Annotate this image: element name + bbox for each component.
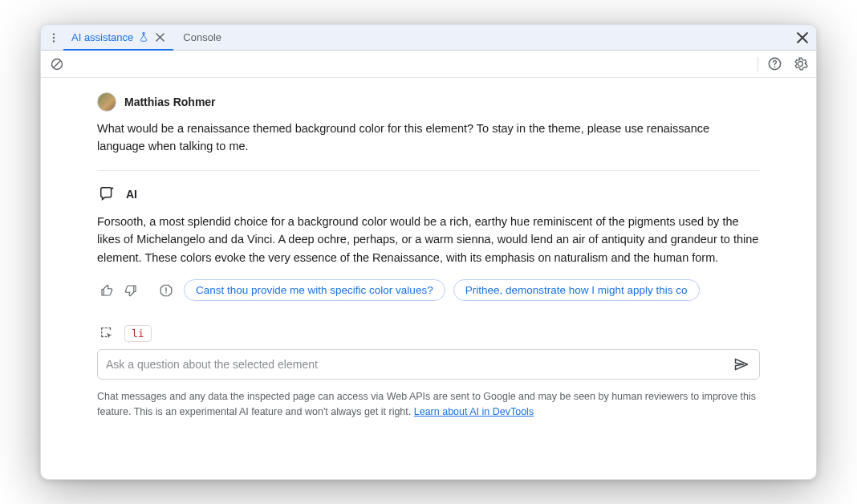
tab-label: Console <box>183 31 221 43</box>
close-icon <box>156 33 164 42</box>
kebab-icon <box>48 32 59 43</box>
close-panel-button[interactable] <box>794 29 811 47</box>
report-icon <box>159 283 173 298</box>
avatar <box>97 92 116 112</box>
suggestion-chip[interactable]: Prithee, demonstrate how I might apply t… <box>453 279 700 301</box>
select-element-button[interactable] <box>97 323 116 343</box>
help-icon <box>767 56 782 71</box>
divider <box>757 57 758 71</box>
clear-button[interactable] <box>47 55 67 74</box>
toolbar <box>41 51 816 78</box>
send-button[interactable] <box>732 355 751 374</box>
tab-bar: AI assistance Console <box>41 25 816 51</box>
chat-inner: Matthias Rohmer What would be a renaissa… <box>41 92 816 301</box>
footer-note: Chat messages and any data the inspected… <box>41 384 816 428</box>
message-header: Matthias Rohmer <box>97 92 760 112</box>
svg-point-8 <box>165 292 167 294</box>
thumbs-down-icon <box>124 283 138 298</box>
chat-scroll-area[interactable]: Matthias Rohmer What would be a renaissa… <box>41 78 816 479</box>
svg-point-2 <box>53 40 55 42</box>
tab-console[interactable]: Console <box>175 25 229 50</box>
selected-element-tag[interactable]: li <box>124 325 152 342</box>
prompt-input[interactable] <box>106 358 725 371</box>
tab-ai-assistance[interactable]: AI assistance <box>63 26 173 51</box>
devtools-window: AI assistance Console <box>40 24 817 480</box>
feedback-row: Canst thou provide me with specific colo… <box>97 279 760 301</box>
svg-point-6 <box>774 66 775 67</box>
gear-icon <box>793 56 808 71</box>
thumbs-up-button[interactable] <box>97 281 116 300</box>
tab-label: AI assistance <box>71 31 133 43</box>
feedback-icons <box>97 281 176 300</box>
thumbs-up-icon <box>100 283 114 298</box>
report-button[interactable] <box>156 281 176 300</box>
sender-name: AI <box>126 188 137 201</box>
message-header: AI <box>97 184 760 205</box>
close-tab-button[interactable] <box>154 31 165 43</box>
input-row <box>41 343 816 384</box>
svg-point-0 <box>53 33 55 35</box>
message-body: What would be a renaissance themed backg… <box>97 120 760 156</box>
more-tabs-button[interactable] <box>46 30 62 46</box>
prompt-input-box <box>97 349 760 380</box>
clear-icon <box>50 57 64 71</box>
sender-name: Matthias Rohmer <box>124 96 216 108</box>
message-body: Forsooth, a most splendid choice for a b… <box>97 213 760 266</box>
user-message: Matthias Rohmer What would be a renaissa… <box>97 92 760 156</box>
suggestion-chips: Canst thou provide me with specific colo… <box>184 279 760 301</box>
footer-link[interactable]: Learn about AI in DevTools <box>414 406 534 417</box>
ai-message: AI Forsooth, a most splendid choice for … <box>97 184 760 301</box>
divider <box>97 170 760 171</box>
svg-line-4 <box>54 60 61 67</box>
svg-point-1 <box>53 36 55 38</box>
flask-icon <box>138 31 149 43</box>
inspect-icon <box>100 326 114 340</box>
settings-button[interactable] <box>790 55 810 74</box>
ai-icon <box>97 184 118 205</box>
close-icon <box>797 32 808 43</box>
suggestion-chip[interactable]: Canst thou provide me with specific colo… <box>184 279 445 301</box>
context-row: li <box>41 323 816 343</box>
help-button[interactable] <box>765 55 784 74</box>
send-icon <box>733 356 749 372</box>
thumbs-down-button[interactable] <box>121 281 140 300</box>
